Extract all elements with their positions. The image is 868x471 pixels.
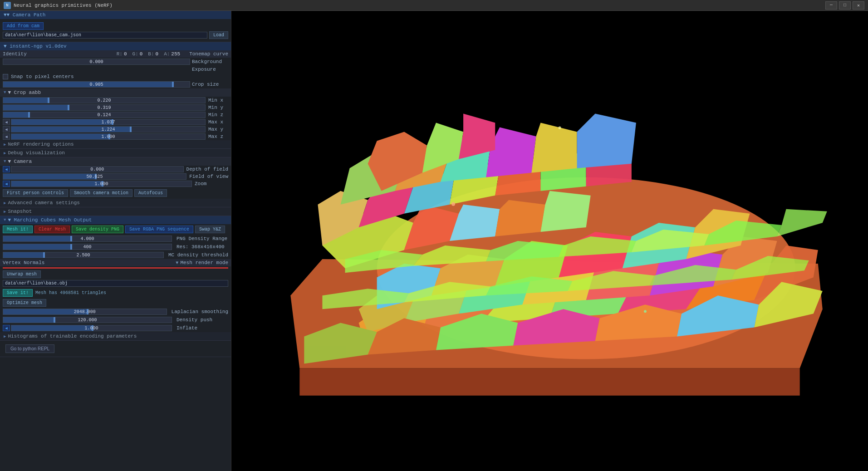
- camera-path-header[interactable]: ▼ ▼ Camera Path: [0, 11, 231, 19]
- add-from-cam-button[interactable]: Add from cam: [3, 22, 44, 30]
- max-y-value: 1.224: [101, 127, 115, 132]
- save-obj-button[interactable]: Save it!: [3, 289, 33, 297]
- advanced-cam-label: Advanced camera settings: [8, 200, 79, 206]
- min-x-slider[interactable]: 0.220: [3, 97, 206, 103]
- fov-slider[interactable]: 50.625: [3, 173, 186, 180]
- zoom-left-btn[interactable]: ◀: [3, 181, 10, 187]
- zoom-slider[interactable]: 1.000: [11, 181, 192, 187]
- snap-pixel-checkbox[interactable]: [3, 74, 8, 79]
- unwrap-mesh-button[interactable]: Unwrap mesh: [3, 270, 41, 278]
- snapshot-header[interactable]: ▶ Snapshot: [0, 207, 231, 216]
- advanced-cam-arrow: ▶: [4, 201, 6, 206]
- min-z-label: Min z: [206, 112, 228, 118]
- app-icon: N: [4, 2, 11, 9]
- title-bar: N Neural graphics primitives (NeRF) ─ □ …: [0, 0, 868, 11]
- close-button[interactable]: ✕: [853, 1, 864, 10]
- max-x-value: 1.037: [101, 120, 115, 125]
- dof-label: Depth of field: [184, 167, 228, 172]
- svg-marker-2: [299, 368, 799, 396]
- a-value: 255: [171, 51, 180, 57]
- nerf-rendering-header[interactable]: ▶ NeRF rendering options: [0, 140, 231, 149]
- res-label: Res: 368x416x400: [174, 244, 228, 250]
- max-z-slider[interactable]: 1.000: [11, 133, 206, 140]
- mesh-render-mode-label: Mesh render mode: [180, 260, 228, 265]
- density-push-label: Density push: [174, 317, 228, 323]
- max-y-minus[interactable]: ◀: [3, 126, 10, 132]
- laplacian-slider[interactable]: 2048.000: [3, 309, 167, 315]
- obj-path-input[interactable]: [3, 280, 228, 287]
- background-slider[interactable]: 0.000: [3, 59, 190, 65]
- svg-marker-40: [531, 123, 577, 172]
- vertex-normals-label: Vertex Normals: [3, 260, 44, 265]
- max-x-control: ◀ 1.037: [3, 119, 206, 125]
- zoom-value: 1.000: [94, 182, 108, 186]
- instant-ngp-section: ▼ instant-ngp v1.0dev Identity R: 0 G: 0…: [0, 42, 231, 357]
- density-push-slider[interactable]: 120.000: [3, 317, 172, 323]
- marching-cubes-header[interactable]: ▼ ▼ Marching Cubes Mesh Output: [0, 216, 231, 224]
- inflate-row: ◀ 1.000 Inflate: [0, 324, 231, 332]
- histograms-label: Histograms of trainable encoding paramet…: [8, 334, 137, 339]
- inflate-label: Inflate: [174, 325, 228, 331]
- png-density-slider[interactable]: 4.000: [3, 236, 172, 242]
- sidebar: ▼ ▼ Camera Path Add from cam Load ▼ inst…: [0, 11, 231, 471]
- python-repl-row: Go to python REPL: [0, 341, 231, 357]
- camera-file-input[interactable]: [3, 32, 207, 39]
- viewport[interactable]: [231, 11, 868, 471]
- png-density-value: 4.000: [80, 236, 94, 241]
- maximize-button[interactable]: □: [839, 1, 851, 10]
- mesh-buttons-row: Mesh it! Clear Mesh Save density PNG Sav…: [0, 224, 231, 235]
- crop-size-label: Crop size: [192, 82, 228, 87]
- min-y-slider[interactable]: 0.319: [3, 104, 206, 111]
- swap-yz-button[interactable]: Swap Y&Z: [195, 226, 225, 233]
- channel-a: A: 255: [164, 51, 180, 57]
- camera-path-arrow: ▼: [4, 12, 7, 18]
- inflate-slider[interactable]: 1.000: [11, 325, 172, 331]
- dof-control: ◀ 0.000: [3, 166, 184, 172]
- g-label: G:: [132, 51, 138, 57]
- dof-slider[interactable]: 0.000: [11, 166, 184, 172]
- debug-visualization-header[interactable]: ▶ Debug visualization: [0, 149, 231, 157]
- max-z-control: ◀ 1.000: [3, 133, 206, 140]
- advanced-cam-header[interactable]: ▶ Advanced camera settings: [0, 199, 231, 207]
- max-y-row: ◀ 1.224 Max y: [0, 126, 231, 133]
- save-density-button[interactable]: Save density PNG: [72, 226, 123, 233]
- obj-path-row: [0, 279, 231, 288]
- smooth-camera-button[interactable]: Smooth camera motion: [70, 189, 132, 197]
- snap-pixel-row: Snap to pixel centers: [0, 73, 231, 80]
- res-slider[interactable]: 400: [3, 244, 172, 250]
- minimize-button[interactable]: ─: [825, 1, 837, 10]
- inflate-left-btn[interactable]: ◀: [3, 325, 10, 331]
- autofocus-button[interactable]: Autofocus: [134, 189, 167, 197]
- camera-path-label: ▼ Camera Path: [7, 12, 46, 18]
- camera-buttons-row: First person controls Smooth camera moti…: [0, 188, 231, 198]
- marching-cubes-label: ▼ Marching Cubes Mesh Output: [8, 217, 92, 223]
- crop-size-slider[interactable]: 0.905: [3, 81, 190, 88]
- instant-ngp-header[interactable]: ▼ instant-ngp v1.0dev: [0, 42, 231, 50]
- max-x-minus[interactable]: ◀: [3, 119, 10, 125]
- save-rgba-button[interactable]: Save RGBA PNG sequence: [125, 226, 193, 233]
- max-y-slider[interactable]: 1.224: [11, 126, 206, 132]
- main-content: ▼ ▼ Camera Path Add from cam Load ▼ inst…: [0, 11, 868, 471]
- dof-left-btn[interactable]: ◀: [3, 166, 10, 172]
- min-x-value: 0.220: [97, 98, 111, 103]
- res-value: 400: [83, 245, 91, 250]
- min-y-value: 0.319: [97, 105, 111, 110]
- add-from-cam-row: Add from cam: [3, 22, 228, 30]
- max-z-minus[interactable]: ◀: [3, 133, 10, 140]
- optimize-mesh-button[interactable]: Optimize mesh: [3, 299, 46, 307]
- histograms-header[interactable]: ▶ Histograms of trainable encoding param…: [0, 332, 231, 341]
- clear-mesh-button[interactable]: Clear Mesh: [34, 226, 70, 233]
- nerf-rendering-arrow: ▶: [4, 142, 6, 147]
- fps-controls-button[interactable]: First person controls: [3, 189, 68, 197]
- load-button[interactable]: Load: [209, 31, 228, 39]
- crop-aabb-header[interactable]: ▼ ▼ Crop aabb: [0, 88, 231, 97]
- max-x-slider[interactable]: 1.037: [11, 119, 206, 125]
- fov-label: Field of view: [186, 174, 228, 179]
- mc-threshold-value: 2.500: [76, 253, 90, 258]
- png-density-row: 4.000 PNG Density Range: [0, 235, 231, 243]
- mesh-it-button[interactable]: Mesh it!: [3, 226, 33, 233]
- python-repl-button[interactable]: Go to python REPL: [5, 344, 54, 353]
- min-z-slider[interactable]: 0.124: [3, 112, 206, 118]
- camera-section-header[interactable]: ▼ ▼ Camera: [0, 157, 231, 166]
- mc-threshold-slider[interactable]: 2.500: [3, 252, 164, 258]
